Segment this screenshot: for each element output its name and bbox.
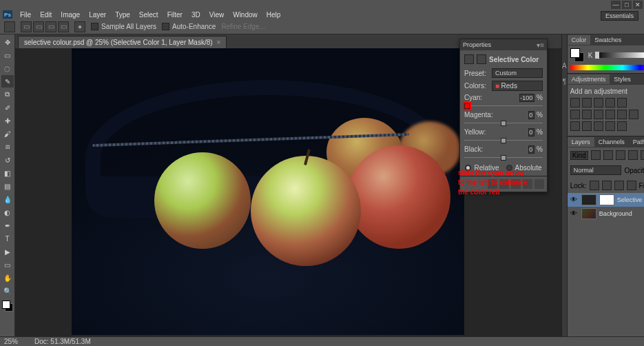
- bw-adjustment-icon[interactable]: [594, 110, 603, 119]
- quick-select-tool-icon[interactable]: ✎: [1, 75, 14, 88]
- menu-view[interactable]: View: [205, 10, 229, 19]
- visibility-toggle-icon[interactable]: 👁: [570, 196, 579, 204]
- tab-paths[interactable]: Paths: [629, 137, 644, 147]
- delete-adjustment-icon[interactable]: [534, 179, 544, 189]
- document-tab[interactable]: selective colour.psd @ 25% (Selective Co…: [18, 36, 227, 48]
- selection-intersect-icon[interactable]: ▭: [58, 21, 69, 32]
- dodge-tool-icon[interactable]: ◐: [1, 206, 14, 218]
- selection-new-icon[interactable]: ▭: [21, 21, 32, 32]
- menu-3d[interactable]: 3D: [187, 10, 205, 19]
- close-button[interactable]: ✕: [633, 1, 643, 9]
- k-slider[interactable]: [595, 52, 644, 58]
- tab-color[interactable]: Color: [568, 35, 591, 45]
- filter-pixel-icon[interactable]: [591, 150, 601, 160]
- filter-type-icon[interactable]: [616, 150, 625, 160]
- selection-add-icon[interactable]: ▭: [33, 21, 44, 32]
- tab-properties[interactable]: Properties: [463, 41, 491, 48]
- hand-tool-icon[interactable]: ✋: [1, 272, 14, 284]
- vibrance-adjustment-icon[interactable]: [617, 98, 627, 108]
- tab-adjustments[interactable]: Adjustments: [568, 74, 610, 84]
- color-spectrum[interactable]: [570, 65, 644, 70]
- layer-row[interactable]: 👁 Selective Colo...: [568, 193, 644, 207]
- colorlookup-adjustment-icon[interactable]: [629, 110, 638, 119]
- black-input[interactable]: 0: [528, 145, 534, 154]
- lock-pixels-icon[interactable]: [602, 181, 612, 190]
- tab-swatches[interactable]: Swatches: [590, 35, 625, 45]
- history-brush-tool-icon[interactable]: ↺: [1, 154, 14, 166]
- layer-name[interactable]: Selective Colo...: [617, 196, 644, 203]
- channelmixer-adjustment-icon[interactable]: [617, 110, 627, 119]
- cyan-input[interactable]: -100: [519, 94, 534, 102]
- cyan-slider[interactable]: [464, 103, 543, 108]
- blend-mode-select[interactable]: Normal: [570, 165, 622, 175]
- menu-edit[interactable]: Edit: [36, 10, 56, 19]
- tab-layers[interactable]: Layers: [568, 137, 594, 147]
- history-panel-icon[interactable]: A: [562, 62, 567, 70]
- exposure-adjustment-icon[interactable]: [605, 98, 615, 108]
- zoom-level[interactable]: 25%: [4, 338, 18, 345]
- selection-subtract-icon[interactable]: ▭: [45, 21, 56, 32]
- blur-tool-icon[interactable]: 💧: [1, 193, 14, 205]
- invert-adjustment-icon[interactable]: [570, 121, 580, 131]
- tab-channels[interactable]: Channels: [594, 137, 629, 147]
- colors-select[interactable]: ■ Reds: [492, 81, 543, 91]
- filter-shape-icon[interactable]: [628, 150, 638, 160]
- gradient-tool-icon[interactable]: ▤: [1, 180, 14, 192]
- yellow-input[interactable]: 0: [528, 128, 534, 136]
- magenta-slider[interactable]: [464, 120, 543, 125]
- character-panel-icon[interactable]: ¶: [563, 78, 566, 85]
- hue-adjustment-icon[interactable]: [570, 110, 580, 119]
- photofilter-adjustment-icon[interactable]: [605, 110, 615, 119]
- menu-filter[interactable]: Filter: [163, 10, 187, 19]
- auto-enhance-option[interactable]: Auto-Enhance: [162, 23, 216, 30]
- color-panel-swatch[interactable]: [570, 48, 584, 62]
- menu-window[interactable]: Window: [229, 10, 262, 19]
- path-select-tool-icon[interactable]: ▶: [1, 245, 14, 258]
- preset-select[interactable]: Custom: [492, 68, 543, 78]
- zoom-tool-icon[interactable]: 🔍: [1, 285, 14, 297]
- shape-tool-icon[interactable]: ▭: [1, 258, 14, 271]
- filter-smart-icon[interactable]: [641, 150, 644, 160]
- black-slider[interactable]: [464, 154, 543, 160]
- minimize-button[interactable]: —: [611, 1, 621, 9]
- type-tool-icon[interactable]: T: [1, 232, 14, 245]
- heal-tool-icon[interactable]: ✚: [1, 114, 14, 127]
- close-tab-icon[interactable]: ×: [217, 39, 221, 46]
- levels-adjustment-icon[interactable]: [582, 98, 592, 108]
- lasso-tool-icon[interactable]: ◌: [1, 62, 14, 74]
- menu-image[interactable]: Image: [56, 10, 84, 19]
- crop-tool-icon[interactable]: ⧉: [1, 88, 14, 101]
- magenta-input[interactable]: 0: [528, 111, 534, 119]
- marquee-tool-icon[interactable]: ▭: [1, 49, 14, 61]
- layer-row[interactable]: 👁 Background 🔒: [568, 207, 644, 221]
- filter-adjust-icon[interactable]: [603, 150, 613, 160]
- gradientmap-adjustment-icon[interactable]: [605, 121, 615, 131]
- curves-adjustment-icon[interactable]: [594, 98, 603, 108]
- brightness-adjustment-icon[interactable]: [570, 98, 580, 108]
- move-tool-icon[interactable]: ✥: [1, 36, 14, 48]
- layer-name[interactable]: Background: [599, 210, 644, 217]
- menu-select[interactable]: Select: [135, 10, 163, 19]
- current-tool-icon[interactable]: [4, 21, 15, 32]
- menu-file[interactable]: File: [16, 10, 35, 19]
- eraser-tool-icon[interactable]: ◧: [1, 167, 14, 179]
- workspace-switcher[interactable]: Essentials: [601, 11, 638, 21]
- menu-layer[interactable]: Layer: [85, 10, 110, 19]
- yellow-slider[interactable]: [464, 137, 543, 143]
- lock-all-icon[interactable]: [627, 181, 636, 190]
- doc-size[interactable]: Doc: 51.3M/51.3M: [34, 338, 91, 345]
- brush-size-picker[interactable]: ●: [74, 21, 85, 32]
- posterize-adjustment-icon[interactable]: [582, 121, 592, 131]
- tab-styles[interactable]: Styles: [610, 74, 635, 84]
- eyedropper-tool-icon[interactable]: ✐: [1, 101, 14, 114]
- lock-position-icon[interactable]: [614, 181, 624, 190]
- color-swatch[interactable]: [2, 301, 13, 312]
- selectivecolor-adjustment-icon[interactable]: [617, 121, 627, 131]
- menu-type[interactable]: Type: [111, 10, 134, 19]
- panel-menu-icon[interactable]: ▾≡: [537, 41, 544, 49]
- lock-transparency-icon[interactable]: [590, 181, 599, 190]
- maximize-button[interactable]: □: [622, 1, 632, 9]
- colorbalance-adjustment-icon[interactable]: [582, 110, 592, 119]
- visibility-toggle-icon[interactable]: 👁: [570, 210, 579, 218]
- brush-tool-icon[interactable]: 🖌: [1, 128, 14, 140]
